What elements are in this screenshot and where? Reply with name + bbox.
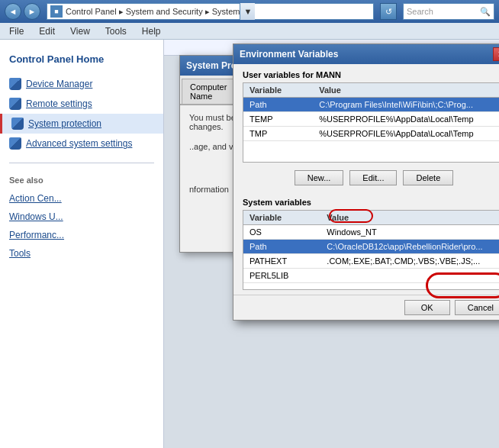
env-dialog-title-text: Environment Variables bbox=[240, 49, 338, 60]
sys-row-path[interactable]: Path C:\OracleDB12c\app\RebellionRider\p… bbox=[243, 240, 499, 254]
see-also-label: See also bbox=[0, 172, 163, 189]
sidebar: Control Panel Home Device Manager Remote… bbox=[0, 40, 164, 448]
shield-icon bbox=[9, 98, 21, 110]
sys-col-variable: Variable bbox=[243, 211, 320, 225]
sys-row-path-var: Path bbox=[243, 240, 320, 254]
user-row-temp[interactable]: TEMP %USERPROFILE%\AppData\Local\Temp bbox=[243, 112, 499, 127]
sidebar-link-label: Device Manager bbox=[26, 79, 92, 89]
sys-col-value: Value bbox=[320, 211, 499, 225]
search-icon: 🔍 bbox=[480, 7, 491, 17]
menu-file[interactable]: File bbox=[6, 24, 27, 38]
env-ok-button[interactable]: OK bbox=[404, 300, 450, 315]
menu-bar: File Edit View Tools Help bbox=[0, 23, 499, 40]
user-col-variable: Variable bbox=[243, 83, 313, 98]
sidebar-item-device-manager[interactable]: Device Manager bbox=[0, 74, 163, 94]
env-cancel-button[interactable]: Cancel bbox=[455, 300, 499, 315]
sys-row-perl5lib-val bbox=[320, 269, 499, 283]
environment-variables-dialog: Environment Variables ✕ User variables f… bbox=[233, 44, 499, 321]
sys-row-pathext-var: PATHEXT bbox=[243, 254, 320, 269]
sidebar-item-system-protection[interactable]: System protection bbox=[0, 114, 163, 134]
user-new-button[interactable]: New... bbox=[295, 170, 344, 185]
sys-row-os[interactable]: OS Windows_NT bbox=[243, 225, 499, 240]
title-bar: ◄ ► ■ Control Panel ▸ System and Securit… bbox=[0, 0, 499, 23]
user-edit-button[interactable]: Edit... bbox=[349, 170, 397, 185]
sys-row-perl5lib[interactable]: PERL5LIB bbox=[243, 269, 499, 283]
system-vars-section-title: System variables bbox=[233, 192, 499, 210]
address-icon: ■ bbox=[50, 5, 63, 18]
menu-edit[interactable]: Edit bbox=[36, 24, 58, 38]
back-button[interactable]: ◄ bbox=[5, 3, 21, 20]
address-dropdown[interactable]: ▼ bbox=[240, 3, 255, 20]
sidebar-divider bbox=[9, 163, 154, 163]
sidebar-link-label: Advanced system settings bbox=[26, 138, 132, 149]
sys-row-path-val: C:\OracleDB12c\app\RebellionRider\pro... bbox=[320, 240, 499, 254]
forward-button[interactable]: ► bbox=[24, 3, 40, 20]
sidebar-item-performance[interactable]: Performanc... bbox=[0, 226, 163, 244]
user-row-path-val: C:\Program Files\Intel\WiFi\bin\;C:\Prog… bbox=[313, 98, 499, 112]
user-row-path-var: Path bbox=[243, 98, 313, 112]
sidebar-link-label: Remote settings bbox=[26, 98, 92, 109]
content-area: Get more features with a new edition of … bbox=[164, 40, 499, 448]
sys-row-os-var: OS bbox=[243, 225, 320, 240]
search-placeholder: Search bbox=[407, 7, 433, 16]
address-text: Control Panel ▸ System and Security ▸ Sy… bbox=[66, 7, 240, 17]
shield-icon bbox=[11, 118, 24, 130]
shield-icon bbox=[9, 78, 21, 90]
user-vars-table-wrap: Variable Value Path C:\Program Files\Int… bbox=[243, 82, 499, 163]
shield-icon bbox=[9, 137, 21, 150]
sys-row-perl5lib-var: PERL5LIB bbox=[243, 269, 320, 283]
system-vars-table-wrap: Variable Value OS Windows_NT Path C:\Ora… bbox=[243, 210, 499, 290]
sidebar-item-advanced-system-settings[interactable]: Advanced system settings bbox=[0, 134, 163, 153]
user-vars-section-title: User variables for MANN bbox=[233, 64, 499, 82]
env-dialog-title-bar: Environment Variables ✕ bbox=[233, 44, 499, 64]
user-vars-buttons: New... Edit... Delete bbox=[233, 167, 499, 192]
system-vars-table: Variable Value OS Windows_NT Path C:\Ora… bbox=[243, 211, 499, 283]
sys-row-pathext[interactable]: PATHEXT .COM;.EXE;.BAT;.CMD;.VBS;.VBE;.J… bbox=[243, 254, 499, 269]
sidebar-link-label: Action Cen... bbox=[9, 193, 62, 204]
sidebar-item-action-center[interactable]: Action Cen... bbox=[0, 189, 163, 208]
sidebar-item-tools[interactable]: Tools bbox=[0, 244, 163, 263]
sidebar-item-remote-settings[interactable]: Remote settings bbox=[0, 94, 163, 114]
address-bar[interactable]: ■ Control Panel ▸ System and Security ▸ … bbox=[47, 3, 374, 20]
sidebar-link-label: System protection bbox=[28, 118, 101, 129]
user-row-path[interactable]: Path C:\Program Files\Intel\WiFi\bin\;C:… bbox=[243, 98, 499, 112]
user-row-temp-val: %USERPROFILE%\AppData\Local\Temp bbox=[313, 112, 499, 127]
sys-row-os-val: Windows_NT bbox=[320, 225, 499, 240]
user-vars-table: Variable Value Path C:\Program Files\Int… bbox=[243, 83, 499, 141]
sidebar-link-label: Windows U... bbox=[9, 211, 63, 222]
user-row-tmp[interactable]: TMP %USERPROFILE%\AppData\Local\Temp bbox=[243, 127, 499, 141]
env-close-button[interactable]: ✕ bbox=[493, 47, 499, 61]
sidebar-title: Control Panel Home bbox=[0, 47, 163, 74]
sys-row-pathext-val: .COM;.EXE;.BAT;.CMD;.VBS;.VBE;.JS;... bbox=[320, 254, 499, 269]
user-row-tmp-val: %USERPROFILE%\AppData\Local\Temp bbox=[313, 127, 499, 141]
menu-tools[interactable]: Tools bbox=[102, 24, 130, 38]
sidebar-link-label: Tools bbox=[9, 248, 31, 259]
menu-help[interactable]: Help bbox=[139, 24, 164, 38]
sidebar-link-label: Performanc... bbox=[9, 230, 64, 240]
user-row-tmp-var: TMP bbox=[243, 127, 313, 141]
user-delete-button[interactable]: Delete bbox=[403, 170, 453, 185]
sidebar-item-windows-update[interactable]: Windows U... bbox=[0, 208, 163, 226]
nav-buttons: ◄ ► bbox=[5, 3, 40, 20]
main-area: Control Panel Home Device Manager Remote… bbox=[0, 40, 499, 448]
refresh-button[interactable]: ↺ bbox=[380, 3, 397, 20]
env-dialog-bottom-buttons: OK Cancel bbox=[233, 295, 499, 320]
user-col-value: Value bbox=[313, 83, 499, 98]
search-box[interactable]: Search 🔍 bbox=[403, 3, 494, 20]
user-row-temp-var: TEMP bbox=[243, 112, 313, 127]
menu-view[interactable]: View bbox=[67, 24, 93, 38]
